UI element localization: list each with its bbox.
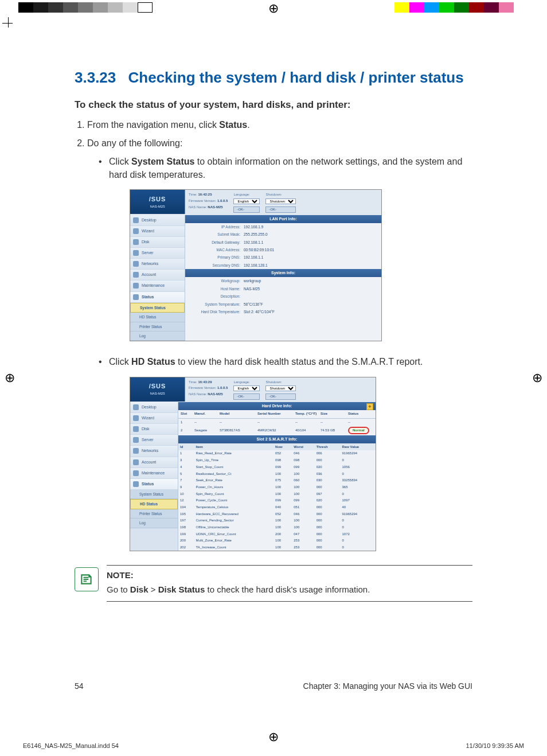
nav-subitem[interactable]: System Status bbox=[130, 303, 185, 313]
info-row: Workgroup:workgroup bbox=[185, 277, 381, 285]
hd-row: 1------------ bbox=[178, 419, 376, 426]
lead-text: To check the status of your system, hard… bbox=[75, 99, 472, 111]
info-row: Hard Disk Temperature:Slot 2: 40°C/104°F bbox=[185, 308, 381, 315]
shutdown-select[interactable]: Shutdown bbox=[265, 385, 296, 391]
smart-row: 197Current_Pending_Sector1001000000 bbox=[178, 517, 376, 524]
nav-subitem[interactable]: HD Status bbox=[130, 313, 185, 322]
nav-subitem[interactable]: Printer Status bbox=[130, 322, 185, 332]
smart-row: 7Seek_Error_Rate07506003033255834 bbox=[178, 477, 376, 484]
nav-item[interactable]: Account bbox=[130, 457, 178, 468]
info-row: MAC Address:00:50:B2:09:10:01 bbox=[185, 246, 381, 254]
nav-subitem[interactable]: Log bbox=[130, 332, 185, 341]
info-row: Subnet Mask:255.255.255.0 bbox=[185, 231, 381, 238]
registration-mark-icon: ⊕ bbox=[268, 1, 279, 16]
info-row: Default Gateway:192.168.1.1 bbox=[185, 239, 381, 246]
step-1: From the navigation menu, click Status. bbox=[87, 119, 472, 131]
nav-item[interactable]: Networks bbox=[130, 259, 185, 270]
nav-subitem[interactable]: HD Status bbox=[130, 499, 178, 509]
smart-row: 5Reallocated_Sector_Ct1001000360 bbox=[178, 470, 376, 477]
lan-port-info-title: LAN Port Info: bbox=[185, 215, 381, 223]
ok-button[interactable]: -OK- bbox=[265, 206, 296, 213]
screenshot-hd-status: /SUS NAS-M25 Time: 16:43:29 Firmware Ver… bbox=[130, 377, 376, 552]
smart-table: IdItemNowWorstThreshRaw Value 1Raw_Read_… bbox=[178, 443, 376, 551]
smart-row: 200Multi_Zone_Error_Rate1002530000 bbox=[178, 537, 376, 544]
nav-item[interactable]: Desktop bbox=[130, 215, 185, 226]
hd-info-title: Hard Drive Info: bbox=[178, 402, 376, 410]
expand-icon[interactable]: + bbox=[366, 403, 373, 410]
shutdown-select[interactable]: Shutdown bbox=[265, 198, 296, 204]
smart-row: 12Power_Cycle_Count0990990201097 bbox=[178, 497, 376, 504]
smart-row: 199UDMA_CRC_Error_Count2000470001072 bbox=[178, 531, 376, 537]
language-select[interactable]: English bbox=[233, 385, 260, 391]
nav-item[interactable]: Disk bbox=[130, 424, 178, 435]
smart-row: 198Offline_Uncorrectable1001000000 bbox=[178, 524, 376, 531]
smart-row: 194Temperature_Celsius04005100040 bbox=[178, 504, 376, 511]
page-number: 54 bbox=[75, 681, 84, 691]
note-box: NOTE: Go to Disk > Disk Status to check … bbox=[75, 565, 472, 602]
nav-subitem[interactable]: Log bbox=[130, 519, 178, 528]
info-row: Description: bbox=[185, 293, 381, 300]
note-title: NOTE: bbox=[107, 570, 472, 580]
page-footer: 54 Chapter 3: Managing your NAS via its … bbox=[75, 681, 472, 691]
nav-sidebar: DesktopWizardDiskServerNetworksAccountMa… bbox=[130, 402, 178, 551]
nav-item[interactable]: Disk bbox=[130, 237, 185, 248]
smart-row: 9Power_On_Hours100100000365 bbox=[178, 484, 376, 490]
page-content: 3.3.23 Checking the system / hard disk /… bbox=[23, 29, 524, 727]
smart-info-title: Slot 2 S.M.A.R.T Info: bbox=[178, 435, 376, 443]
nav-sidebar: DesktopWizardDiskServerNetworksAccountMa… bbox=[130, 215, 185, 341]
nav-item[interactable]: Desktop bbox=[130, 402, 178, 413]
info-row: System Temperature:58°C/136°F bbox=[185, 301, 381, 308]
system-info-title: System Info: bbox=[185, 269, 381, 277]
nav-item[interactable]: Server bbox=[130, 435, 178, 446]
nav-item[interactable]: Wizard bbox=[130, 226, 185, 237]
language-select[interactable]: English bbox=[233, 198, 260, 204]
smart-row: 1Raw_Read_Error_Rate05204600691965294 bbox=[178, 450, 376, 457]
chapter-label: Chapter 3: Managing your NAS via its Web… bbox=[303, 681, 472, 691]
info-row: Primary DNS:192.168.1.1 bbox=[185, 254, 381, 261]
hd-row: 2SeagateST380817AS4MR2CW3240/10474.53 GB… bbox=[178, 426, 376, 435]
bullet-system-status: Click System Status to obtain informatio… bbox=[99, 155, 472, 342]
info-row: IP Address:192.168.1.9 bbox=[185, 223, 381, 231]
imprint-line: E6146_NAS-M25_Manual.indd 54 11/30/10 9:… bbox=[23, 742, 524, 749]
section-number: 3.3.23 bbox=[75, 69, 116, 86]
nav-subitem[interactable]: Printer Status bbox=[130, 509, 178, 519]
brand-logo: /SUS NAS-M25 bbox=[130, 377, 185, 402]
note-text: Go to Disk > Disk Status to check the ha… bbox=[107, 583, 472, 595]
crop-mark-icon bbox=[2, 17, 19, 34]
smart-row: 10Spin_Retry_Count1001000970 bbox=[178, 490, 376, 497]
screenshot-system-status: /SUS NAS-M25 Time: 16:42:25 Firmware Ver… bbox=[130, 189, 382, 341]
section-title-text: Checking the system / hard disk / printe… bbox=[128, 69, 464, 86]
ok-button[interactable]: -OK- bbox=[233, 393, 260, 400]
section-heading: 3.3.23 Checking the system / hard disk /… bbox=[75, 69, 472, 87]
smart-row: 202TA_Increase_Count1002530000 bbox=[178, 544, 376, 551]
ok-button[interactable]: -OK- bbox=[265, 393, 296, 400]
smart-row: 3Spin_Up_Time0980980000 bbox=[178, 457, 376, 464]
nav-item[interactable]: Server bbox=[130, 248, 185, 259]
ok-button[interactable]: -OK- bbox=[233, 206, 260, 213]
nav-item-status[interactable]: Status bbox=[130, 479, 178, 490]
note-icon bbox=[75, 567, 99, 591]
imprint-file: E6146_NAS-M25_Manual.indd 54 bbox=[23, 742, 119, 749]
nav-item[interactable]: Wizard bbox=[130, 413, 178, 424]
steps-list: From the navigation menu, click Status. … bbox=[87, 119, 472, 551]
registration-mark-icon: ⊕ bbox=[5, 371, 15, 385]
info-row: Host Name:NAS-M25 bbox=[185, 285, 381, 293]
nav-item[interactable]: Maintenance bbox=[130, 280, 185, 291]
nav-item[interactable]: Maintenance bbox=[130, 468, 178, 479]
nav-item[interactable]: Networks bbox=[130, 446, 178, 457]
registration-mark-icon: ⊕ bbox=[532, 371, 542, 385]
imprint-datetime: 11/30/10 9:39:35 AM bbox=[466, 742, 524, 749]
info-row: Secondary DNS:192.168.128.1 bbox=[185, 262, 381, 269]
nav-item-status[interactable]: Status bbox=[130, 292, 185, 303]
nav-subitem[interactable]: System Status bbox=[130, 490, 178, 499]
smart-row: 195Hardware_ECC_Recovered052046000919652… bbox=[178, 511, 376, 517]
brand-logo: /SUS NAS-M25 bbox=[130, 190, 185, 214]
step-2: Do any of the following: Click System St… bbox=[87, 137, 472, 551]
bullet-hd-status: Click HD Status to view the hard disk he… bbox=[99, 355, 472, 551]
nav-item[interactable]: Account bbox=[130, 270, 185, 280]
smart-row: 4Start_Stop_Count0990990201056 bbox=[178, 463, 376, 470]
